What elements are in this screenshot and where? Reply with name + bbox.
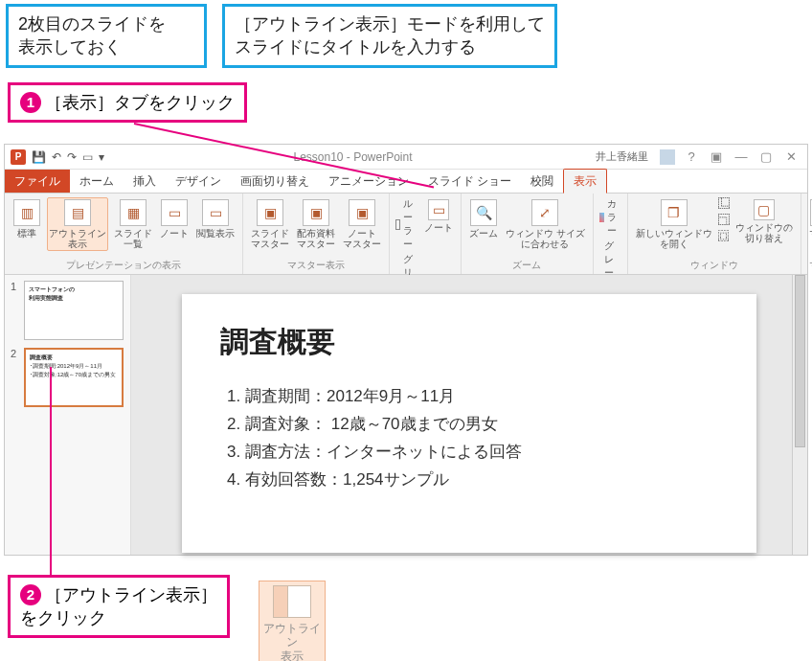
group-label: ズーム xyxy=(512,257,541,272)
slide-body-list[interactable]: 調査期間：2012年9月～11月 調査対象： 12歳～70歳までの男女 調査方法… xyxy=(220,383,718,494)
btn-label: アウトライン表示 xyxy=(49,228,106,249)
handout-master-icon: ▣ xyxy=(303,199,329,226)
zoom-button[interactable]: 🔍 ズーム xyxy=(467,197,500,240)
pointer-line-2 xyxy=(50,367,52,578)
maximize-icon[interactable]: ▢ xyxy=(757,149,775,164)
color-swatch-icon xyxy=(599,213,604,222)
group-show: ルーラー グリッド線 ガイド ▭ ノート 表示 xyxy=(390,194,462,274)
normal-view-button[interactable]: ▥ 標準 xyxy=(11,197,43,240)
arrange-all-icon[interactable]: ⿺ xyxy=(718,197,730,211)
step-text: ［アウトライン表示］ xyxy=(45,585,217,604)
notes-button[interactable]: ▭ ノート xyxy=(422,197,455,235)
btn-label: ノートマスター xyxy=(343,228,381,249)
list-item[interactable]: 有効回答数：1,254サンプル xyxy=(245,467,718,494)
help-icon[interactable]: ? xyxy=(683,149,700,164)
color-option[interactable]: カラー xyxy=(599,197,621,238)
reading-view-icon: ▭ xyxy=(202,199,229,226)
step-text: ［表示］タブをクリック xyxy=(45,93,235,112)
thumb-preview: スマートフォンの 利用実態調査 xyxy=(24,281,124,340)
undo-icon[interactable]: ↶ xyxy=(52,150,61,164)
check-label: ルーラー xyxy=(403,197,418,251)
switch-window-icon: ▢ xyxy=(754,199,775,220)
btn-label: スライド一覧 xyxy=(114,228,152,249)
btn-label: ノート xyxy=(424,222,453,233)
notes-page-icon: ▭ xyxy=(161,199,188,226)
step-number-badge: 2 xyxy=(20,584,41,605)
thumbnail-2[interactable]: 2 調査概要 ･調査期間:2012年9月～11月 ･調査対象:12歳～70歳まで… xyxy=(11,348,124,407)
tab-review[interactable]: 校閲 xyxy=(521,170,563,193)
fit-window-button[interactable]: ⤢ ウィンドウ サイズに合わせる xyxy=(504,197,587,251)
slide-title[interactable]: 調査概要 xyxy=(220,323,718,362)
btn-label: ウィンドウの切り替え xyxy=(735,222,793,243)
btn-label: ズーム xyxy=(469,228,498,239)
minimize-icon[interactable]: — xyxy=(733,149,750,164)
tab-file[interactable]: ファイル xyxy=(5,170,70,193)
switch-window-button[interactable]: ▢ ウィンドウの切り替え xyxy=(733,197,795,245)
list-item[interactable]: 調査方法：インターネットによる回答 xyxy=(245,439,718,467)
save-icon[interactable]: 💾 xyxy=(32,150,46,164)
user-avatar-icon[interactable] xyxy=(660,149,675,165)
new-window-button[interactable]: ❐ 新しいウィンドウを開く xyxy=(634,197,714,251)
callout-text: スライドにタイトルを入力する xyxy=(235,37,476,57)
tab-design[interactable]: デザイン xyxy=(166,170,231,193)
outline-view-icon xyxy=(273,585,311,618)
thumbnail-1[interactable]: 1 スマートフォンの 利用実態調査 xyxy=(11,281,124,340)
group-label: マスター表示 xyxy=(287,257,345,272)
slide-editor[interactable]: 調査概要 調査期間：2012年9月～11月 調査対象： 12歳～70歳までの男女… xyxy=(131,275,807,555)
ribbon-view: ▥ 標準 ▤ アウトライン表示 ▦ スライド一覧 ▭ ノート ▭ 閲覧表示 xyxy=(5,193,807,275)
handout-master-button[interactable]: ▣ 配布資料マスター xyxy=(295,197,337,251)
slide-master-button[interactable]: ▣ スライドマスター xyxy=(249,197,291,251)
tab-home[interactable]: ホーム xyxy=(70,170,124,193)
thumbnail-pane[interactable]: 1 スマートフォンの 利用実態調査 2 調査概要 ･調査期間:2012年9月～1… xyxy=(5,275,131,555)
start-slideshow-icon[interactable]: ▭ xyxy=(82,150,93,164)
slide-canvas[interactable]: 調査概要 調査期間：2012年9月～11月 調査対象： 12歳～70歳までの男女… xyxy=(182,294,756,553)
btn-label: 標準 xyxy=(17,228,36,239)
outline-view-button[interactable]: ▤ アウトライン表示 xyxy=(47,197,108,251)
qat-dropdown-icon[interactable]: ▾ xyxy=(99,150,104,164)
macros-button[interactable]: ▶ マクロ xyxy=(807,197,812,240)
window-controls: ? ▣ — ▢ ✕ xyxy=(675,149,807,164)
list-item[interactable]: 調査対象： 12歳～70歳までの男女 xyxy=(245,411,718,439)
btn-label: 新しいウィンドウを開く xyxy=(636,228,712,249)
user-name: 井上香緒里 xyxy=(596,149,648,164)
list-item[interactable]: 調査期間：2012年9月～11月 xyxy=(245,383,718,411)
zoom-icon: 🔍 xyxy=(470,199,497,226)
outline-view-icon: ▤ xyxy=(64,199,91,226)
powerpoint-app-icon: P xyxy=(11,149,26,165)
cascade-icon[interactable]: ⿹ xyxy=(718,214,730,227)
thumb-number: 2 xyxy=(11,348,20,407)
ruler-checkbox[interactable]: ルーラー xyxy=(395,197,418,251)
close-icon[interactable]: ✕ xyxy=(782,149,800,164)
scroll-handle[interactable] xyxy=(795,275,805,447)
notes-page-button[interactable]: ▭ ノート xyxy=(158,197,191,240)
redo-icon[interactable]: ↷ xyxy=(67,150,77,164)
instruction-callout-2: ［アウトライン表示］モードを利用して スライドにタイトルを入力する xyxy=(222,4,557,68)
slide-sorter-button[interactable]: ▦ スライド一覧 xyxy=(112,197,154,251)
reading-view-button[interactable]: ▭ 閲覧表示 xyxy=(194,197,237,240)
fit-window-icon: ⤢ xyxy=(531,199,558,226)
vertical-scrollbar[interactable] xyxy=(792,275,807,555)
ribbon-options-icon[interactable]: ▣ xyxy=(708,149,725,164)
slide-sorter-icon: ▦ xyxy=(120,199,147,226)
notes-master-button[interactable]: ▣ ノートマスター xyxy=(341,197,383,251)
step-number-badge: 1 xyxy=(20,92,41,113)
btn-label: スライドマスター xyxy=(251,228,289,249)
quick-access-toolbar: P 💾 ↶ ↷ ▭ ▾ xyxy=(5,149,110,165)
tab-view[interactable]: 表示 xyxy=(563,169,607,194)
notes-master-icon: ▣ xyxy=(349,199,375,226)
group-presentation-views: ▥ 標準 ▤ アウトライン表示 ▦ スライド一覧 ▭ ノート ▭ 閲覧表示 xyxy=(5,194,243,274)
slide-master-icon: ▣ xyxy=(257,199,283,226)
instruction-callout-1: 2枚目のスライドを 表示しておく xyxy=(6,4,207,68)
thumb-number: 1 xyxy=(11,281,20,340)
tab-slideshow[interactable]: スライド ショー xyxy=(418,170,521,193)
tab-insert[interactable]: 挿入 xyxy=(124,170,166,193)
option-label: カラー xyxy=(607,197,621,238)
split-icon[interactable]: ⿴ xyxy=(718,230,730,243)
group-window: ❐ 新しいウィンドウを開く ⿺ ⿹ ⿴ ▢ ウィンドウの切り替え ウィンドウ xyxy=(628,194,801,274)
group-label: ウィンドウ xyxy=(690,257,738,272)
step-2-callout: 2［アウトライン表示］ をクリック xyxy=(8,575,230,638)
window-title: Lesson10 - PowerPoint xyxy=(110,150,596,164)
step-1-callout: 1［表示］タブをクリック xyxy=(8,82,247,123)
btn-label: 配布資料マスター xyxy=(297,228,335,249)
tab-transitions[interactable]: 画面切り替え xyxy=(231,170,319,193)
